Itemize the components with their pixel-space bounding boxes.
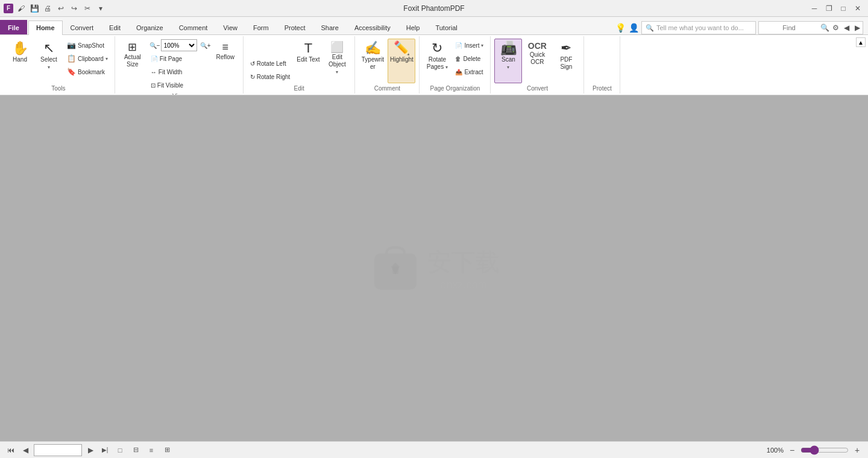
group-edit-label: Edit xyxy=(246,84,353,92)
typewriter-button[interactable]: ✍ Typewriter xyxy=(359,39,386,83)
help-icon[interactable]: 💡 xyxy=(615,22,626,33)
ribbon-collapse-area: ▲ xyxy=(856,36,866,94)
tab-view[interactable]: View xyxy=(215,20,245,34)
undo-button[interactable]: ↩ xyxy=(55,3,66,14)
tell-me-bar[interactable]: 🔍 Tell me what you want to do... xyxy=(641,21,756,34)
ribbon-tabs-right: 💡 👤 🔍 Tell me what you want to do... 🔍 ⚙… xyxy=(615,21,868,34)
watermark-icon xyxy=(368,241,423,296)
group-convert-content: 📠 Scan ▾ OCR QuickOCR ✒ PDFSign xyxy=(493,37,581,84)
insert-button[interactable]: 📄 Insert ▾ xyxy=(452,39,486,52)
hand-button[interactable]: ✋ Hand xyxy=(6,39,34,83)
group-comment-label: Comment xyxy=(357,84,417,92)
tab-home[interactable]: Home xyxy=(28,21,63,35)
view-facing-button[interactable]: ⊟ xyxy=(129,444,142,456)
new-button[interactable]: 🖌 xyxy=(16,3,27,14)
titlebar: F 🖌 💾 🖨 ↩ ↪ ✂ ▾ Foxit PhantomPDF ─ ❐ □ ✕ xyxy=(0,0,868,17)
cut-button[interactable]: ✂ xyxy=(82,3,93,14)
tab-protect[interactable]: Protect xyxy=(277,20,313,34)
delete-icon: 🗑 xyxy=(455,56,461,62)
zoom-out-status-button[interactable]: − xyxy=(786,444,798,456)
titlebar-left: F 🖌 💾 🖨 ↩ ↪ ✂ ▾ xyxy=(4,3,106,14)
zoom-row: 🔍− 100% 75% 50% 125% 150% 🔍+ xyxy=(148,39,210,52)
zoom-in-button[interactable]: 🔍+ xyxy=(198,39,210,52)
print-button[interactable]: 🖨 xyxy=(42,3,53,14)
tab-accessibility[interactable]: Accessibility xyxy=(347,20,398,34)
edit-object-dropdown-arrow: ▾ xyxy=(336,69,338,75)
bookmark-button[interactable]: 🔖 Bookmark xyxy=(64,65,111,78)
restore-button[interactable]: ❐ xyxy=(822,3,835,14)
page-org-small-col: 📄 Insert ▾ 🗑 Delete 📤 Extract xyxy=(452,39,486,78)
ribbon-collapse-button[interactable]: ▲ xyxy=(856,37,866,47)
typewriter-icon: ✍ xyxy=(365,42,381,55)
pdf-sign-button[interactable]: ✒ PDFSign xyxy=(552,39,580,83)
select-button[interactable]: ↖ Select ▾ xyxy=(35,39,63,83)
fit-width-button[interactable]: ↔ Fit Width xyxy=(148,65,210,78)
save-button[interactable]: 💾 xyxy=(29,3,40,14)
highlight-button[interactable]: ✏️ Highlight xyxy=(388,39,415,83)
reflow-button[interactable]: ≡ Reflow xyxy=(212,39,239,83)
view-single-button[interactable]: □ xyxy=(113,444,127,456)
group-edit-content: ↺ Rotate Left ↻ Rotate Right T Edit Text xyxy=(246,37,353,84)
tab-tutorial[interactable]: Tutorial xyxy=(427,20,465,34)
group-protect: Protect xyxy=(584,36,620,94)
find-prev-button[interactable]: ◀ xyxy=(841,22,852,33)
zoom-in-status-button[interactable]: + xyxy=(851,444,863,456)
tab-organize[interactable]: Organize xyxy=(128,20,171,34)
zoom-level-select[interactable]: 100% 75% 50% 125% 150% xyxy=(161,39,197,51)
main-canvas: 安下载 anxz.com xyxy=(0,95,868,441)
group-protect-label: Protect xyxy=(587,84,617,92)
rotate-pages-button[interactable]: ↻ RotatePages ▾ xyxy=(423,39,451,83)
reflow-icon: ≡ xyxy=(222,42,229,52)
view-continuous-button[interactable]: ≡ xyxy=(145,444,158,456)
tab-help[interactable]: Help xyxy=(398,20,428,34)
group-convert: 📠 Scan ▾ OCR QuickOCR ✒ PDFSign C xyxy=(491,36,584,94)
view-split-button[interactable]: ⊞ xyxy=(160,444,174,456)
close-button[interactable]: ✕ xyxy=(851,3,864,14)
maximize-button[interactable]: □ xyxy=(837,3,850,14)
scan-button[interactable]: 📠 Scan ▾ xyxy=(494,39,522,83)
edit-text-button[interactable]: T Edit Text xyxy=(294,39,322,83)
clipboard-button[interactable]: 📋 Clipboard ▾ xyxy=(64,52,111,65)
qa-dropdown-button[interactable]: ▾ xyxy=(95,3,106,14)
tab-edit[interactable]: Edit xyxy=(101,20,128,34)
find-next-button[interactable]: ▶ xyxy=(852,22,863,33)
find-input[interactable] xyxy=(759,22,819,34)
fit-page-button[interactable]: 📄 Fit Page xyxy=(148,52,210,65)
find-settings-button[interactable]: ⚙ xyxy=(830,22,841,33)
fit-visible-icon: ⊡ xyxy=(151,82,156,89)
page-number-input[interactable] xyxy=(34,444,82,456)
tab-form[interactable]: Form xyxy=(245,20,277,34)
scan-icon: 📠 xyxy=(500,42,517,55)
tab-convert[interactable]: Convert xyxy=(63,20,102,34)
nav-prev-button[interactable]: ◀ xyxy=(19,444,31,456)
watermark-chinese: 安下载 xyxy=(427,246,500,279)
extract-button[interactable]: 📤 Extract xyxy=(452,65,486,78)
zoom-out-button[interactable]: 🔍− xyxy=(148,39,160,52)
zoom-slider[interactable] xyxy=(800,446,849,454)
hand-icon: ✋ xyxy=(12,42,28,55)
account-icon[interactable]: 👤 xyxy=(628,22,639,33)
statusbar-zoom-area: 100% − + xyxy=(767,444,863,456)
nav-next2-button[interactable]: ▶| xyxy=(99,444,111,456)
tab-comment[interactable]: Comment xyxy=(171,20,216,34)
tab-file[interactable]: File xyxy=(0,20,27,34)
zoom-out-icon: 🔍− xyxy=(149,42,160,49)
rotate-right-button[interactable]: ↻ Rotate Right xyxy=(247,70,294,83)
minimize-button[interactable]: ─ xyxy=(808,3,821,14)
snapshot-button[interactable]: 📷 SnapShot xyxy=(64,39,111,52)
redo-button[interactable]: ↪ xyxy=(69,3,80,14)
quick-ocr-icon: OCR xyxy=(528,42,547,50)
tab-share[interactable]: Share xyxy=(313,20,347,34)
snapshot-icon: 📷 xyxy=(67,41,76,49)
quick-ocr-button[interactable]: OCR QuickOCR xyxy=(523,39,551,83)
find-button[interactable]: 🔍 xyxy=(819,22,830,33)
fit-visible-button[interactable]: ⊡ Fit Visible xyxy=(148,78,210,92)
rotate-left-button[interactable]: ↺ Rotate Left xyxy=(247,57,294,70)
select-icon: ↖ xyxy=(43,42,54,55)
rotate-pages-icon: ↻ xyxy=(432,42,442,55)
nav-first-button[interactable]: ⏮ xyxy=(5,444,17,456)
actual-size-button[interactable]: ⊞ Actual Size xyxy=(119,39,146,83)
edit-object-button[interactable]: ⬜ Edit Object ▾ xyxy=(323,39,351,83)
nav-next-button[interactable]: ▶ xyxy=(84,444,96,456)
delete-button[interactable]: 🗑 Delete xyxy=(452,52,486,65)
